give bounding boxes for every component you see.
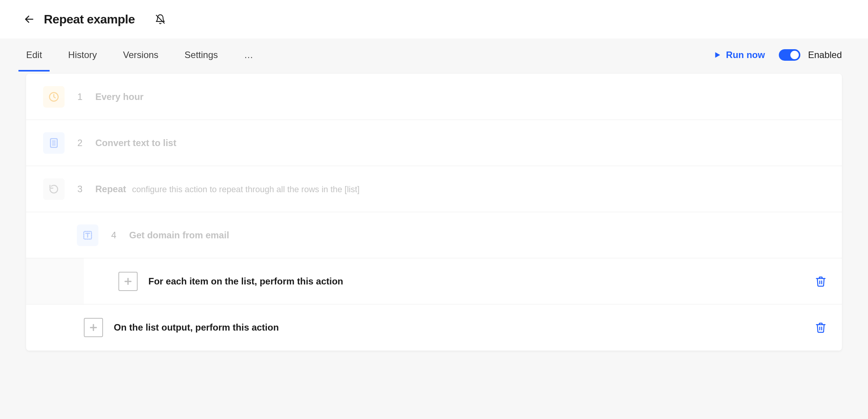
play-icon — [713, 51, 722, 59]
add-step-label: On the list output, perform this action — [114, 322, 279, 333]
flow-step[interactable]: 4 Get domain from email — [26, 212, 842, 258]
tab-settings[interactable]: Settings — [185, 38, 218, 71]
outer-gutter — [26, 304, 73, 351]
step-number: 1 — [75, 91, 85, 102]
add-step-button[interactable] — [84, 318, 103, 337]
enabled-toggle[interactable] — [779, 49, 800, 61]
nested-gutter — [26, 258, 84, 304]
delete-nested-step-button[interactable] — [815, 276, 826, 287]
list-icon — [43, 132, 65, 154]
clock-icon — [43, 86, 65, 108]
delete-step-button[interactable] — [815, 322, 826, 333]
tab-history[interactable]: History — [68, 38, 97, 71]
tab-more[interactable]: … — [244, 38, 254, 71]
add-nested-step-button[interactable] — [118, 272, 138, 291]
add-nested-step-label: For each item on the list, perform this … — [148, 276, 343, 287]
enabled-label: Enabled — [808, 50, 842, 60]
flow-step[interactable]: 1 Every hour — [26, 74, 842, 120]
step-title: Repeat — [95, 184, 126, 194]
tab-versions[interactable]: Versions — [123, 38, 158, 71]
run-now-label: Run now — [726, 50, 765, 60]
step-title: Every hour — [95, 91, 143, 102]
flow-step[interactable]: 2 Convert text to list — [26, 120, 842, 166]
back-arrow-icon[interactable] — [24, 14, 35, 25]
page-title: Repeat example — [44, 12, 135, 27]
add-step-nested-row: For each item on the list, perform this … — [26, 258, 842, 304]
tab-edit[interactable]: Edit — [26, 38, 42, 71]
text-icon — [77, 224, 98, 246]
repeat-icon — [43, 178, 65, 200]
step-title: Get domain from email — [129, 230, 229, 241]
flow-step[interactable]: 3 Repeat configure this action to repeat… — [26, 166, 842, 212]
add-step-row: On the list output, perform this action — [26, 304, 842, 351]
step-number: 4 — [109, 230, 118, 241]
step-description: configure this action to repeat through … — [132, 185, 360, 194]
step-number: 3 — [75, 184, 85, 195]
step-number: 2 — [75, 138, 85, 148]
run-now-button[interactable]: Run now — [713, 50, 765, 60]
svg-marker-2 — [715, 52, 720, 58]
step-title: Convert text to list — [95, 138, 176, 148]
flow-card: 1 Every hour 2 Convert text to list 3 Re… — [26, 74, 842, 351]
notifications-muted-icon[interactable] — [155, 14, 166, 25]
